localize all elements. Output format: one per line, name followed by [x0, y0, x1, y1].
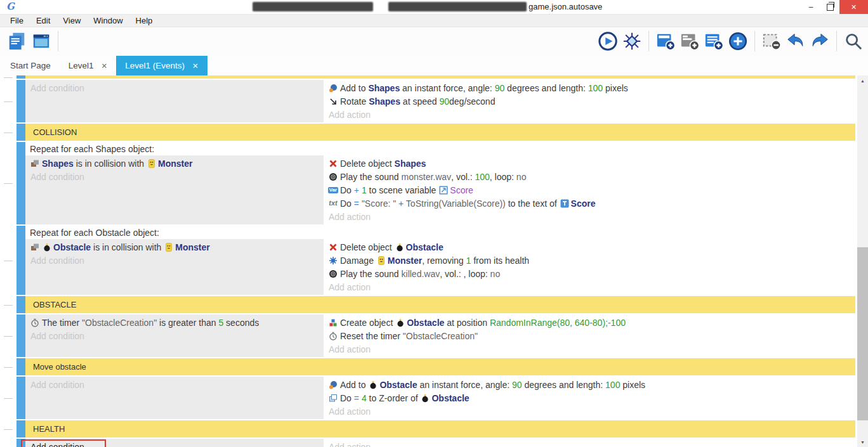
- text-segment: to the text of: [506, 198, 560, 209]
- scroll-up-arrow[interactable]: ▲: [857, 75, 868, 86]
- add-condition-button[interactable]: Add condition: [25, 81, 324, 94]
- action-line[interactable]: Delete object Obstacle: [324, 240, 855, 254]
- text-segment: monster.wav: [402, 172, 452, 182]
- tab-level1-events-[interactable]: Level1 (Events)✕: [116, 56, 207, 75]
- zorder-icon: [329, 394, 338, 403]
- tab-level1[interactable]: Level1✕: [60, 56, 116, 75]
- event-group-row[interactable]: HEALTH: [16, 420, 855, 437]
- event-drag-bar[interactable]: [16, 124, 25, 141]
- restore-button[interactable]: [820, 0, 839, 14]
- add-condition-button[interactable]: Add condition: [25, 170, 324, 183]
- event-content: HEALTH: [25, 420, 855, 437]
- text-segment: at position: [444, 318, 490, 328]
- add-action-button[interactable]: Add action: [324, 108, 855, 121]
- tab-start-page[interactable]: Start Page: [1, 56, 60, 75]
- add-action-button[interactable]: Add action: [324, 342, 855, 356]
- tab-bar: Start PageLevel1✕Level1 (Events)✕: [0, 56, 868, 75]
- event-group-row[interactable]: COLLISION: [16, 124, 855, 141]
- scene-editor-icon[interactable]: [30, 30, 52, 52]
- text-segment: Obstacle: [379, 380, 417, 390]
- event-drag-bar[interactable]: [16, 296, 25, 313]
- action-line[interactable]: Play the sound monster.wav, vol.: 100, l…: [324, 170, 855, 183]
- foreach-header[interactable]: Repeat for each Shapes object:: [25, 142, 855, 155]
- redo-icon[interactable]: [809, 30, 831, 52]
- bomb-icon: [421, 394, 430, 403]
- add-condition-button[interactable]: Add condition: [25, 378, 324, 391]
- actions-column: Add action: [324, 439, 855, 447]
- action-line[interactable]: Rotate Shapes at speed 90deg/second: [324, 94, 855, 108]
- events-list: Add conditionAdd to Shapes an instant fo…: [0, 75, 857, 447]
- delete-event-icon[interactable]: [761, 30, 782, 52]
- condition-line[interactable]: Shapes is in collision with Monster: [25, 157, 324, 170]
- add-condition-button[interactable]: Add condition: [25, 254, 324, 267]
- action-line[interactable]: Add to Shapes an instant force, angle: 9…: [324, 81, 855, 94]
- add-action-button[interactable]: Add action: [324, 440, 855, 447]
- event-drag-bar[interactable]: [16, 142, 25, 224]
- search-icon[interactable]: [843, 30, 864, 52]
- tab-label: Level1: [69, 61, 94, 70]
- text-segment: 100: [588, 83, 603, 93]
- text-segment: The timer: [42, 318, 82, 328]
- action-line[interactable]: Delete object Shapes: [324, 157, 855, 170]
- text-segment: no: [490, 269, 501, 279]
- add-action-button[interactable]: Add action: [324, 210, 855, 223]
- condition-line[interactable]: Obstacle is in collision with Monster: [25, 240, 324, 254]
- event-drag-bar[interactable]: [16, 377, 25, 419]
- action-line[interactable]: Create object Obstacle at position Rando…: [324, 316, 855, 329]
- tab-close-icon[interactable]: ✕: [102, 62, 108, 70]
- event-drag-bar[interactable]: [16, 314, 25, 357]
- play-icon[interactable]: [597, 30, 619, 52]
- scroll-down-arrow[interactable]: ▼: [857, 437, 868, 447]
- condition-line[interactable]: The timer "ObstacleCreation" is greater …: [25, 316, 324, 329]
- menu-item-file[interactable]: File: [4, 15, 30, 27]
- event-drag-bar[interactable]: [16, 226, 25, 295]
- event-drag-bar[interactable]: [16, 439, 25, 447]
- menu-item-window[interactable]: Window: [87, 15, 129, 27]
- event-drag-bar[interactable]: [16, 80, 25, 122]
- event-group-row[interactable]: Move obstacle: [16, 358, 855, 375]
- action-line[interactable]: Add to Obstacle an instant force, angle:…: [324, 378, 855, 391]
- group-label: Move obstacle: [25, 362, 86, 372]
- action-line[interactable]: txtDo = "Score: " + ToString(Variable(Sc…: [324, 197, 855, 210]
- add-condition-button[interactable]: Add condition: [25, 329, 324, 342]
- action-line[interactable]: Reset the timer "ObstacleCreation": [324, 329, 855, 342]
- text-segment: Do: [340, 185, 354, 195]
- debugger-icon[interactable]: [621, 30, 643, 52]
- bomb-icon: [369, 380, 378, 389]
- add-subevent-icon[interactable]: [679, 30, 700, 52]
- text-segment: Obstacle: [53, 242, 91, 252]
- add-comment-icon[interactable]: [703, 30, 725, 52]
- scrollbar-thumb[interactable]: [857, 247, 868, 420]
- vertical-scrollbar[interactable]: ▲ ▼: [857, 75, 868, 447]
- action-line[interactable]: Play the sound killed.wav, vol.: , loop:…: [324, 267, 855, 280]
- add-action-button[interactable]: Add action: [324, 280, 855, 294]
- text-segment: Obstacle: [431, 393, 469, 403]
- add-event-icon[interactable]: [655, 30, 676, 52]
- event-drag-bar[interactable]: [16, 358, 25, 375]
- add-condition-button[interactable]: Add condition: [25, 440, 324, 447]
- action-line[interactable]: Damage Monster, removing 1 from its heal…: [324, 254, 855, 267]
- action-line[interactable]: Do = 4 to Z-order of Obstacle: [324, 391, 855, 405]
- bomb-icon: [396, 318, 405, 327]
- event-content: Move obstacle: [25, 358, 855, 375]
- add-circle-icon[interactable]: [727, 30, 749, 52]
- project-manager-icon[interactable]: [6, 30, 28, 52]
- text-segment: 1: [362, 185, 367, 195]
- menu-item-help[interactable]: Help: [129, 15, 159, 27]
- menu-item-edit[interactable]: Edit: [30, 15, 56, 27]
- action-line[interactable]: VarDo + 1 to scene variable Score: [324, 183, 855, 197]
- undo-icon[interactable]: [785, 30, 806, 52]
- event-drag-bar[interactable]: [16, 420, 25, 437]
- tab-close-icon[interactable]: ✕: [192, 62, 199, 70]
- delete-icon: [329, 159, 338, 168]
- event-drag-bar[interactable]: [16, 75, 25, 79]
- add-action-button[interactable]: Add action: [324, 405, 855, 418]
- text-segment: , loop:: [464, 269, 490, 279]
- event-group-row[interactable]: OBSTACLE: [16, 296, 855, 313]
- text-segment: 90: [495, 83, 505, 93]
- close-button[interactable]: ✕: [839, 0, 868, 14]
- minimize-button[interactable]: –: [801, 0, 820, 14]
- menu-item-view[interactable]: View: [56, 15, 87, 27]
- event-row: Add conditionAdd to Shapes an instant fo…: [16, 80, 855, 122]
- foreach-header[interactable]: Repeat for each Obstacle object:: [25, 226, 855, 239]
